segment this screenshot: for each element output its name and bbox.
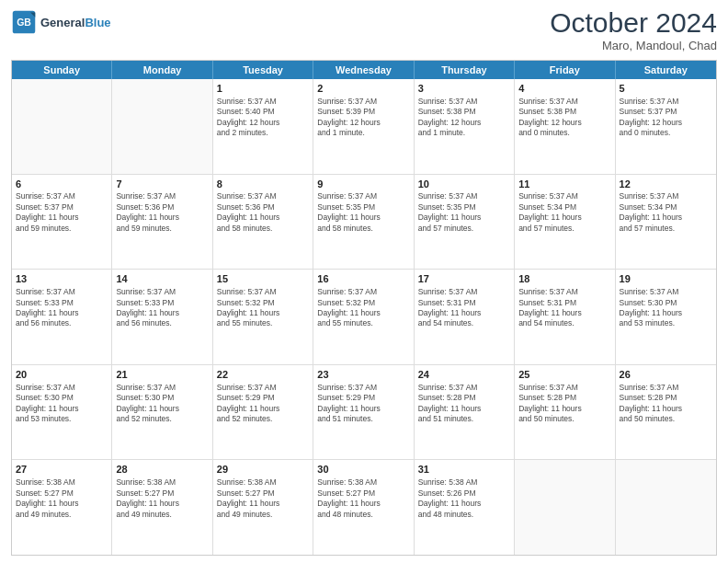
day-info: Sunrise: 5:37 AM Sunset: 5:36 PM Dayligh…: [217, 191, 309, 234]
header-day-friday: Friday: [515, 61, 615, 79]
day-number: 16: [317, 272, 409, 286]
day-info: Sunrise: 5:37 AM Sunset: 5:28 PM Dayligh…: [620, 383, 712, 425]
day-info: Sunrise: 5:37 AM Sunset: 5:31 PM Dayligh…: [518, 287, 610, 329]
calendar-cell: 31Sunrise: 5:38 AM Sunset: 5:26 PM Dayli…: [415, 460, 515, 555]
calendar-row-2: 6Sunrise: 5:37 AM Sunset: 5:37 PM Daylig…: [12, 174, 716, 270]
day-number: 10: [418, 178, 510, 191]
day-info: Sunrise: 5:38 AM Sunset: 5:27 PM Dayligh…: [116, 477, 208, 520]
day-info: Sunrise: 5:38 AM Sunset: 5:27 PM Dayligh…: [16, 477, 108, 520]
day-number: 24: [418, 368, 510, 382]
calendar-cell: 11Sunrise: 5:37 AM Sunset: 5:34 PM Dayli…: [515, 175, 615, 270]
day-info: Sunrise: 5:38 AM Sunset: 5:27 PM Dayligh…: [317, 477, 409, 520]
day-info: Sunrise: 5:38 AM Sunset: 5:26 PM Dayligh…: [418, 477, 510, 520]
calendar-cell: 20Sunrise: 5:37 AM Sunset: 5:30 PM Dayli…: [12, 365, 112, 460]
calendar-cell: 6Sunrise: 5:37 AM Sunset: 5:37 PM Daylig…: [12, 175, 112, 270]
calendar-cell: [515, 460, 615, 555]
calendar-cell: 7Sunrise: 5:37 AM Sunset: 5:36 PM Daylig…: [112, 175, 212, 270]
calendar-header: SundayMondayTuesdayWednesdayThursdayFrid…: [12, 61, 716, 79]
logo-icon: GB: [11, 9, 37, 35]
svg-text:GB: GB: [17, 17, 31, 28]
day-number: 29: [217, 463, 309, 477]
day-number: 25: [518, 368, 610, 382]
day-info: Sunrise: 5:37 AM Sunset: 5:36 PM Dayligh…: [116, 191, 208, 234]
calendar-row-3: 13Sunrise: 5:37 AM Sunset: 5:33 PM Dayli…: [12, 269, 716, 364]
day-number: 5: [620, 82, 712, 96]
calendar-cell: 8Sunrise: 5:37 AM Sunset: 5:36 PM Daylig…: [213, 175, 313, 270]
header-day-saturday: Saturday: [616, 61, 716, 79]
calendar-cell: 13Sunrise: 5:37 AM Sunset: 5:33 PM Dayli…: [12, 270, 112, 364]
title-section: October 2024 Maro, Mandoul, Chad: [550, 9, 717, 52]
calendar-cell: 1Sunrise: 5:37 AM Sunset: 5:40 PM Daylig…: [213, 79, 313, 174]
logo-text: GeneralBlue: [40, 16, 111, 29]
calendar-cell: [112, 79, 212, 174]
calendar-cell: 4Sunrise: 5:37 AM Sunset: 5:38 PM Daylig…: [515, 79, 615, 174]
day-info: Sunrise: 5:37 AM Sunset: 5:37 PM Dayligh…: [620, 97, 712, 139]
day-info: Sunrise: 5:37 AM Sunset: 5:29 PM Dayligh…: [217, 383, 309, 425]
day-info: Sunrise: 5:37 AM Sunset: 5:30 PM Dayligh…: [16, 383, 108, 425]
day-number: 27: [16, 463, 108, 477]
calendar-cell: 12Sunrise: 5:37 AM Sunset: 5:34 PM Dayli…: [616, 175, 716, 270]
day-number: 15: [217, 272, 309, 286]
day-info: Sunrise: 5:37 AM Sunset: 5:32 PM Dayligh…: [317, 287, 409, 329]
calendar: SundayMondayTuesdayWednesdayThursdayFrid…: [11, 60, 717, 556]
day-info: Sunrise: 5:37 AM Sunset: 5:29 PM Dayligh…: [317, 383, 409, 425]
day-info: Sunrise: 5:37 AM Sunset: 5:39 PM Dayligh…: [317, 97, 409, 139]
day-number: 12: [620, 178, 712, 191]
header-day-thursday: Thursday: [415, 61, 515, 79]
calendar-cell: 23Sunrise: 5:37 AM Sunset: 5:29 PM Dayli…: [313, 365, 414, 460]
day-number: 14: [116, 272, 208, 286]
day-number: 18: [518, 272, 610, 286]
day-number: 8: [217, 178, 309, 191]
header: GB GeneralBlue October 2024 Maro, Mandou…: [11, 9, 717, 52]
day-number: 21: [116, 368, 208, 382]
day-number: 4: [518, 82, 610, 96]
calendar-cell: 18Sunrise: 5:37 AM Sunset: 5:31 PM Dayli…: [515, 270, 615, 364]
day-info: Sunrise: 5:37 AM Sunset: 5:28 PM Dayligh…: [518, 383, 610, 425]
month-title: October 2024: [550, 9, 717, 37]
day-number: 26: [620, 368, 712, 382]
day-number: 17: [418, 272, 510, 286]
calendar-cell: 3Sunrise: 5:37 AM Sunset: 5:38 PM Daylig…: [415, 79, 515, 174]
day-number: 6: [16, 178, 108, 191]
calendar-cell: 22Sunrise: 5:37 AM Sunset: 5:29 PM Dayli…: [213, 365, 313, 460]
calendar-cell: 5Sunrise: 5:37 AM Sunset: 5:37 PM Daylig…: [616, 79, 716, 174]
calendar-container: GB GeneralBlue October 2024 Maro, Mandou…: [0, 0, 728, 563]
calendar-cell: 24Sunrise: 5:37 AM Sunset: 5:28 PM Dayli…: [415, 365, 515, 460]
day-info: Sunrise: 5:37 AM Sunset: 5:31 PM Dayligh…: [418, 287, 510, 329]
header-day-wednesday: Wednesday: [313, 61, 414, 79]
day-info: Sunrise: 5:37 AM Sunset: 5:28 PM Dayligh…: [418, 383, 510, 425]
day-number: 19: [620, 272, 712, 286]
day-number: 20: [16, 368, 108, 382]
calendar-row-4: 20Sunrise: 5:37 AM Sunset: 5:30 PM Dayli…: [12, 364, 716, 460]
day-number: 9: [317, 178, 409, 191]
day-info: Sunrise: 5:37 AM Sunset: 5:32 PM Dayligh…: [217, 287, 309, 329]
calendar-cell: 17Sunrise: 5:37 AM Sunset: 5:31 PM Dayli…: [415, 270, 515, 364]
logo: GB GeneralBlue: [11, 9, 111, 35]
day-info: Sunrise: 5:37 AM Sunset: 5:40 PM Dayligh…: [217, 97, 309, 139]
calendar-cell: 27Sunrise: 5:38 AM Sunset: 5:27 PM Dayli…: [12, 460, 112, 555]
calendar-cell: [616, 460, 716, 555]
day-info: Sunrise: 5:37 AM Sunset: 5:38 PM Dayligh…: [418, 97, 510, 139]
day-info: Sunrise: 5:37 AM Sunset: 5:33 PM Dayligh…: [116, 287, 208, 329]
calendar-row-1: 1Sunrise: 5:37 AM Sunset: 5:40 PM Daylig…: [12, 79, 716, 174]
day-number: 11: [518, 178, 610, 191]
day-number: 13: [16, 272, 108, 286]
calendar-cell: 30Sunrise: 5:38 AM Sunset: 5:27 PM Dayli…: [313, 460, 414, 555]
day-info: Sunrise: 5:37 AM Sunset: 5:38 PM Dayligh…: [518, 97, 610, 139]
day-info: Sunrise: 5:37 AM Sunset: 5:30 PM Dayligh…: [116, 383, 208, 425]
header-day-sunday: Sunday: [12, 61, 112, 79]
calendar-cell: [12, 79, 112, 174]
calendar-cell: 25Sunrise: 5:37 AM Sunset: 5:28 PM Dayli…: [515, 365, 615, 460]
day-info: Sunrise: 5:37 AM Sunset: 5:34 PM Dayligh…: [518, 191, 610, 234]
day-info: Sunrise: 5:37 AM Sunset: 5:35 PM Dayligh…: [317, 191, 409, 234]
location: Maro, Mandoul, Chad: [550, 39, 717, 52]
day-info: Sunrise: 5:37 AM Sunset: 5:37 PM Dayligh…: [16, 191, 108, 234]
header-day-monday: Monday: [112, 61, 212, 79]
calendar-cell: 10Sunrise: 5:37 AM Sunset: 5:35 PM Dayli…: [415, 175, 515, 270]
day-number: 1: [217, 82, 309, 96]
day-number: 22: [217, 368, 309, 382]
calendar-body: 1Sunrise: 5:37 AM Sunset: 5:40 PM Daylig…: [12, 79, 716, 555]
day-number: 28: [116, 463, 208, 477]
day-info: Sunrise: 5:37 AM Sunset: 5:34 PM Dayligh…: [620, 191, 712, 234]
header-day-tuesday: Tuesday: [213, 61, 313, 79]
